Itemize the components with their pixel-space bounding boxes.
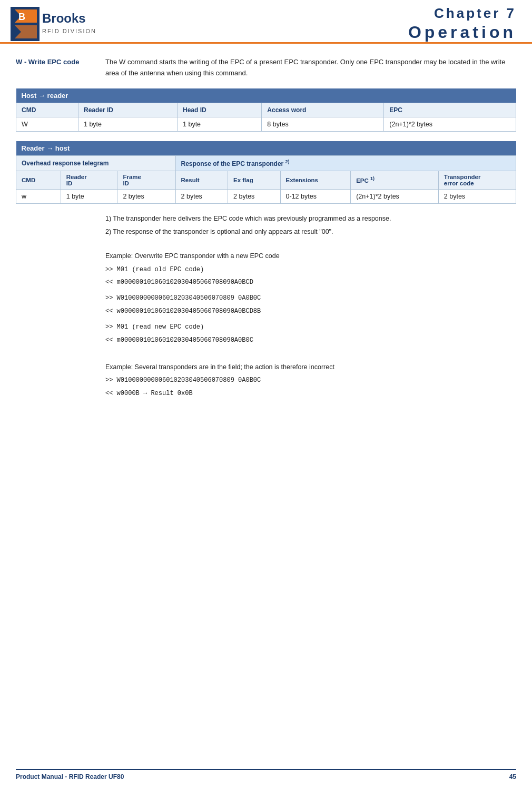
host-reader-table-container: Host → reader CMD Reader ID Head ID Acce… bbox=[16, 88, 516, 132]
example-2-line-2: << w000000101060102030405060708090A0BCD8… bbox=[105, 306, 516, 317]
section-label: W - Write EPC code bbox=[16, 57, 105, 66]
example-block-2: >> W010000000006010203040506070809 0A0B0… bbox=[105, 293, 516, 317]
example-2-line-1: >> W010000000006010203040506070809 0A0B0… bbox=[105, 293, 516, 303]
cell-reader-id-val: 1 byte bbox=[78, 117, 177, 131]
example-4-line-1: >> W010000000006010203040506070809 0A0B0… bbox=[105, 375, 516, 385]
example-1-line-1: >> M01 (read old EPC code) bbox=[105, 264, 516, 275]
col-access-word: Access word bbox=[262, 103, 384, 117]
col-cmd: CMD bbox=[16, 103, 78, 117]
example-4-label: Example: Several transponders are in the… bbox=[105, 362, 516, 373]
example-1-line-2: << m000000101060102030405060708090A0BCD bbox=[105, 277, 516, 288]
reader-host-table: Reader → host Overhead response telegram… bbox=[16, 141, 516, 204]
brooks-logo: B Brooks RFID DIVISION bbox=[11, 7, 116, 41]
col2-reader-id: ReaderID bbox=[61, 171, 117, 189]
cell-access-word-val: 8 bytes bbox=[262, 117, 384, 131]
cell2-cmd: w bbox=[16, 189, 61, 203]
col2-ex-flag: Ex flag bbox=[228, 171, 281, 189]
col2-cmd: CMD bbox=[16, 171, 61, 189]
reader-host-sub-headers: Overhead response telegram Response of t… bbox=[16, 155, 516, 171]
col2-frame-id: FrameID bbox=[117, 171, 175, 189]
operation-title: Operation bbox=[408, 23, 516, 42]
col-epc: EPC bbox=[384, 103, 516, 117]
col2-result: Result bbox=[175, 171, 228, 189]
reader-host-table-container: Reader → host Overhead response telegram… bbox=[16, 141, 516, 204]
note-1: 1) The transponder here delivers the EPC… bbox=[105, 213, 516, 224]
svg-text:B: B bbox=[18, 12, 25, 22]
logo-area: B Brooks RFID DIVISION bbox=[11, 7, 116, 41]
cell2-ex-flag: 2 bytes bbox=[228, 189, 281, 203]
cell2-epc: (2n+1)*2 bytes bbox=[351, 189, 439, 203]
host-reader-header-cell: Host → reader bbox=[16, 88, 516, 103]
cell-epc-val: (2n+1)*2 bytes bbox=[384, 117, 516, 131]
svg-text:Brooks: Brooks bbox=[42, 11, 86, 25]
cell2-extensions: 0-12 bytes bbox=[280, 189, 351, 203]
page-header: B Brooks RFID DIVISION Chapter 7 Operati… bbox=[0, 0, 532, 44]
example-3-line-1: >> M01 (read new EPC code) bbox=[105, 322, 516, 332]
col2-epc: EPC 1) bbox=[351, 171, 439, 189]
col2-transponder-error: Transpondererror code bbox=[438, 171, 516, 189]
col-head-id: Head ID bbox=[178, 103, 262, 117]
notes-area: 1) The transponder here delivers the EPC… bbox=[105, 213, 516, 399]
example-block-1: Example: Overwrite EPC transponder with … bbox=[105, 251, 516, 288]
host-reader-table: Host → reader CMD Reader ID Head ID Acce… bbox=[16, 88, 516, 132]
col2-extensions: Extensions bbox=[280, 171, 351, 189]
cell2-transponder-error: 2 bytes bbox=[438, 189, 516, 203]
cell-cmd-w: W bbox=[16, 117, 78, 131]
example-1-label: Example: Overwrite EPC transponder with … bbox=[105, 251, 516, 262]
overhead-header: Overhead response telegram bbox=[16, 155, 176, 171]
reader-host-data-row: w 1 byte 2 bytes 2 bytes 2 bytes 0-12 by… bbox=[16, 189, 516, 203]
reader-host-header-row: Reader → host bbox=[16, 141, 516, 156]
svg-text:RFID DIVISION: RFID DIVISION bbox=[42, 28, 96, 34]
page-footer: Product Manual - RFID Reader UF80 45 bbox=[16, 769, 516, 780]
response-header: Response of the EPC transponder 2) bbox=[175, 155, 516, 171]
host-reader-col-headers: CMD Reader ID Head ID Access word EPC bbox=[16, 103, 516, 117]
main-content: W - Write EPC code The W command starts … bbox=[0, 44, 532, 414]
reader-host-header-cell: Reader → host bbox=[16, 141, 516, 156]
note-2: 2) The response of the transponder is op… bbox=[105, 226, 516, 238]
cell2-reader-id: 1 byte bbox=[61, 189, 117, 203]
reader-host-col-labels: CMD ReaderID FrameID Result Ex flag Exte… bbox=[16, 171, 516, 189]
example-block-4: Example: Several transponders are in the… bbox=[105, 362, 516, 399]
chapter-area: Chapter 7 Operation bbox=[408, 5, 516, 42]
cell-head-id-val: 1 byte bbox=[178, 117, 262, 131]
host-reader-data-row: W 1 byte 1 byte 8 bytes (2n+1)*2 bytes bbox=[16, 117, 516, 131]
chapter-label: Chapter 7 bbox=[408, 5, 516, 22]
col-reader-id: Reader ID bbox=[78, 103, 177, 117]
cell2-result: 2 bytes bbox=[175, 189, 228, 203]
cell2-frame-id: 2 bytes bbox=[117, 189, 175, 203]
example-3-line-2: << m000000101060102030405060708090A0B0C bbox=[105, 335, 516, 345]
example-block-3: >> M01 (read new EPC code) << m000000101… bbox=[105, 322, 516, 345]
section-description: The W command starts the writing of the … bbox=[105, 57, 516, 79]
footer-left: Product Manual - RFID Reader UF80 bbox=[16, 773, 124, 780]
example-4-line-2: << w0000B → Result 0x0B bbox=[105, 388, 516, 399]
section-heading: W - Write EPC code The W command starts … bbox=[16, 57, 516, 79]
footer-right: 45 bbox=[509, 773, 516, 780]
host-reader-header-row: Host → reader bbox=[16, 88, 516, 103]
